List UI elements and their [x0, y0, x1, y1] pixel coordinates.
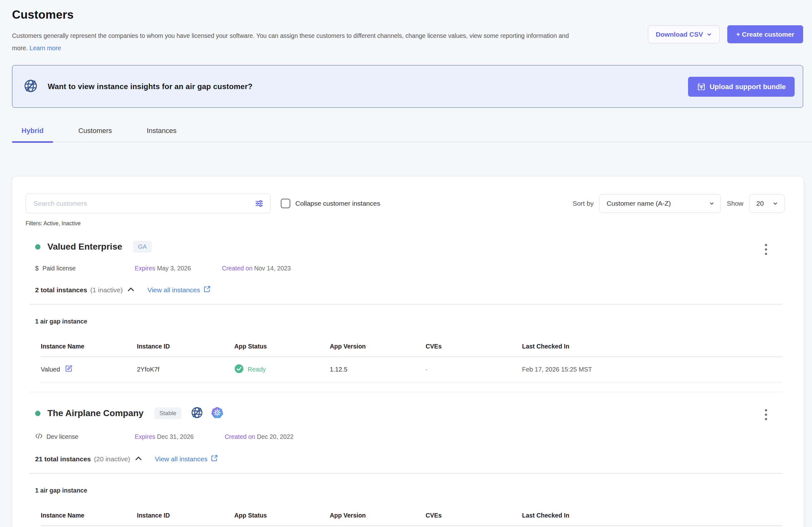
column-header: Instance ID [137, 343, 234, 350]
divider [29, 473, 782, 473]
upload-icon [697, 82, 706, 91]
expires-meta: Expires May 3, 2026 [135, 265, 191, 272]
expires-value: Dec 31, 2026 [157, 433, 193, 440]
filter-sliders-icon[interactable] [254, 198, 264, 209]
edit-icon-slot [64, 364, 73, 374]
created-meta: Created on Dec 20, 2022 [224, 433, 293, 440]
column-header: Last Checked In [522, 343, 782, 350]
total-instances-count: 2 total instances [35, 286, 87, 294]
sort-by-label: Sort by [572, 200, 594, 207]
airgap-insights-banner: Want to view instance insights for an ai… [12, 65, 803, 108]
column-header: Last Checked In [522, 512, 782, 519]
tab-instances[interactable]: Instances [137, 122, 186, 142]
instance-table-header: Instance NameInstance IDApp StatusApp Ve… [41, 335, 782, 357]
view-all-instances-label: View all instances [155, 455, 208, 463]
view-all-instances-label: View all instances [147, 286, 200, 294]
created-meta: Created on Nov 14, 2023 [222, 265, 291, 272]
license-icon-slot [35, 433, 43, 441]
created-on-value: Nov 14, 2023 [254, 265, 291, 272]
app-version: 1.12.5 [330, 366, 425, 373]
tab-hybrid[interactable]: Hybrid [12, 122, 53, 142]
collapse-instances-label: Collapse customer instances [295, 200, 380, 207]
download-csv-label: Download CSV [656, 31, 703, 38]
tab-customers[interactable]: Customers [69, 122, 121, 142]
app-status: Ready [248, 366, 266, 373]
instance-row: Valued 2YfoK7f Ready 1.12.5 - Feb 17, 20… [41, 357, 782, 382]
created-on-value: Dec 20, 2022 [257, 433, 293, 440]
column-header: App Status [234, 343, 330, 350]
paid-license-dollar-icon: $ [35, 265, 39, 272]
view-all-instances-link[interactable]: View all instances [147, 285, 211, 295]
created-on-label: Created on [222, 265, 252, 272]
upload-support-bundle-button[interactable]: Upload support bundle [688, 77, 795, 97]
license-icon-slot: $ [35, 265, 39, 272]
inactive-instances-count: (20 inactive) [94, 455, 130, 463]
airgap-banner-icon [23, 78, 38, 95]
download-csv-button[interactable]: Download CSV [648, 25, 720, 43]
instance-table: Instance NameInstance IDApp StatusApp Ve… [41, 503, 782, 526]
collapse-chevron-up-icon [127, 287, 135, 293]
show-label: Show [727, 200, 743, 207]
external-link-slot [203, 285, 211, 295]
license-label: Paid license [42, 265, 76, 272]
license-type: $ Paid license [35, 265, 135, 272]
active-status-dot [35, 244, 41, 250]
banner-title: Want to view instance insights for an ai… [48, 82, 253, 91]
total-instances-count: 21 total instances [35, 455, 91, 463]
view-tabs: HybridCustomersInstances [12, 122, 812, 142]
show-count-select[interactable]: 20 [749, 194, 784, 213]
customer-name: Valued Enterprise [47, 242, 122, 252]
customer-name: The Airplane Company [47, 408, 144, 418]
create-customer-button[interactable]: + Create customer [727, 25, 803, 43]
active-status-dot [35, 411, 41, 416]
active-filters-text: Filters: Active, Inactive [26, 220, 790, 227]
collapse-chevron-up-icon [135, 456, 142, 463]
expires-value: May 3, 2026 [157, 265, 191, 272]
external-link-icon [211, 454, 218, 464]
external-link-icon [203, 285, 211, 295]
page-description: Customers generally represent the compan… [12, 30, 581, 54]
collapse-instances-checkbox[interactable] [281, 199, 290, 208]
sort-by-select[interactable]: Customer name (A-Z) [599, 194, 721, 213]
cves-value: - [425, 366, 522, 373]
customer-icons [190, 406, 224, 421]
customers-page: Customers Customers generally represent … [0, 0, 812, 527]
chevron-down-icon [709, 201, 714, 206]
create-customer-label: + Create customer [736, 31, 794, 38]
collapse-instances-checkbox-row[interactable]: Collapse customer instances [281, 199, 380, 208]
search-input[interactable] [26, 194, 271, 213]
created-on-label: Created on [224, 433, 255, 440]
column-header: Instance ID [137, 512, 234, 519]
customers-card: Collapse customer instances Sort by Cust… [12, 176, 804, 527]
customer-section: Valued Enterprise GA $ Paid license Expi… [26, 227, 790, 382]
instance-table: Instance NameInstance IDApp StatusApp Ve… [41, 335, 782, 382]
check-icon-slot [234, 364, 244, 375]
instance-table-header: Instance NameInstance IDApp StatusApp Ve… [41, 503, 782, 526]
customer-section: The Airplane Company Stable [26, 392, 790, 526]
column-header: App Status [234, 512, 330, 519]
column-header: App Version [330, 343, 425, 350]
collapse-instances-toggle[interactable] [127, 287, 135, 293]
collapse-instances-toggle[interactable] [135, 456, 142, 463]
customer-actions-menu-button[interactable] [764, 244, 768, 255]
kubernetes-icon [211, 406, 224, 421]
external-link-slot [211, 454, 218, 464]
expires-meta: Expires Dec 31, 2026 [135, 433, 193, 440]
sort-by-value: Customer name (A-Z) [607, 200, 671, 207]
customer-actions-menu-button[interactable] [764, 409, 768, 420]
column-header: Instance Name [41, 343, 137, 350]
column-header: CVEs [425, 512, 522, 519]
channel-badge: Stable [154, 407, 182, 419]
learn-more-link[interactable]: Learn more [29, 45, 61, 51]
description-text: Customers generally represent the compan… [12, 32, 569, 51]
license-type: Dev license [35, 433, 135, 441]
license-label: Dev license [46, 433, 78, 440]
upload-support-bundle-label: Upload support bundle [710, 83, 786, 91]
view-all-instances-link[interactable]: View all instances [155, 454, 218, 464]
column-header: App Version [330, 512, 425, 519]
last-checked-in: Feb 17, 2026 15:25 MST [522, 366, 782, 373]
airgap-globe-icon [190, 406, 204, 421]
channel-badge: GA [133, 241, 152, 253]
edit-instance-icon[interactable] [64, 364, 73, 374]
divider [29, 304, 782, 304]
